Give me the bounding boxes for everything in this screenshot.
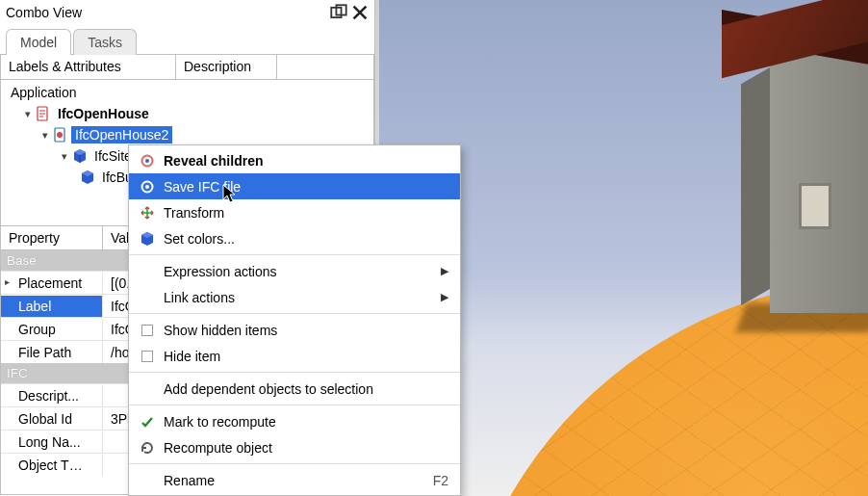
property-key: Label <box>1 296 103 317</box>
property-key: Descript... <box>1 385 103 406</box>
panel-title: Combo View <box>6 5 82 20</box>
menu-transform[interactable]: Transform <box>129 199 460 225</box>
tree-row-document[interactable]: ▾ IfcOpenHouse <box>7 103 373 124</box>
tree-row-application[interactable]: Application <box>7 82 373 103</box>
caret-down-icon[interactable]: ▾ <box>59 150 70 163</box>
property-key: Long Na... <box>1 431 103 453</box>
caret-down-icon[interactable]: ▾ <box>22 108 34 120</box>
menu-link-actions[interactable]: Link actions ▶ <box>129 284 460 310</box>
menu-set-colors[interactable]: Set colors... <box>129 225 460 251</box>
property-key: File Path <box>1 342 103 363</box>
property-key: Group <box>1 319 103 340</box>
property-key: Placement <box>1 273 103 294</box>
svg-point-8 <box>145 185 149 189</box>
save-icon <box>137 179 158 195</box>
menu-expression-actions[interactable]: Expression actions ▶ <box>129 258 460 284</box>
menu-add-dependent[interactable]: Add dependent objects to selection <box>129 376 460 402</box>
property-header-property[interactable]: Property <box>1 226 103 249</box>
menu-hide-item[interactable]: Hide item <box>129 343 460 369</box>
caret-down-icon[interactable]: ▾ <box>39 129 51 142</box>
tree-header: Labels & Attributes Description <box>0 55 374 80</box>
tab-tasks[interactable]: Tasks <box>73 29 137 55</box>
property-key: Object T… <box>1 455 103 476</box>
recompute-icon <box>137 440 158 456</box>
svg-point-4 <box>57 132 63 138</box>
tree-row-project[interactable]: ▾ IfcOpenHouse2 <box>7 124 373 145</box>
cube-icon <box>72 148 88 164</box>
menu-mark-to-recompute[interactable]: Mark to recompute <box>129 408 460 434</box>
shortcut-label: F2 <box>433 473 448 488</box>
close-icon[interactable] <box>351 4 369 21</box>
submenu-arrow-icon: ▶ <box>441 265 448 277</box>
svg-point-6 <box>145 159 149 163</box>
tree-header-description[interactable]: Description <box>176 55 277 79</box>
checkbox-icon <box>137 325 158 336</box>
checkbox-icon <box>137 351 158 362</box>
tab-model[interactable]: Model <box>6 29 71 55</box>
mark-icon <box>137 414 158 430</box>
reveal-icon <box>137 153 158 169</box>
ifc-project-icon <box>53 127 68 143</box>
property-key: Global Id <box>1 408 103 430</box>
cube-icon <box>80 170 95 185</box>
dock-icon[interactable] <box>330 4 347 21</box>
menu-rename[interactable]: Rename F2 <box>129 467 460 493</box>
cube-color-icon <box>137 231 158 247</box>
context-menu: Reveal children Save IFC file Transform … <box>128 144 461 496</box>
transform-icon <box>137 205 158 221</box>
menu-save-ifc-file[interactable]: Save IFC file <box>129 173 460 199</box>
menu-reveal-children[interactable]: Reveal children <box>129 147 460 173</box>
document-icon <box>36 106 51 121</box>
menu-show-hidden-items[interactable]: Show hidden items <box>129 317 460 343</box>
submenu-arrow-icon: ▶ <box>441 291 448 303</box>
menu-recompute-object[interactable]: Recompute object <box>129 434 460 460</box>
tree-header-labels[interactable]: Labels & Attributes <box>1 55 176 79</box>
